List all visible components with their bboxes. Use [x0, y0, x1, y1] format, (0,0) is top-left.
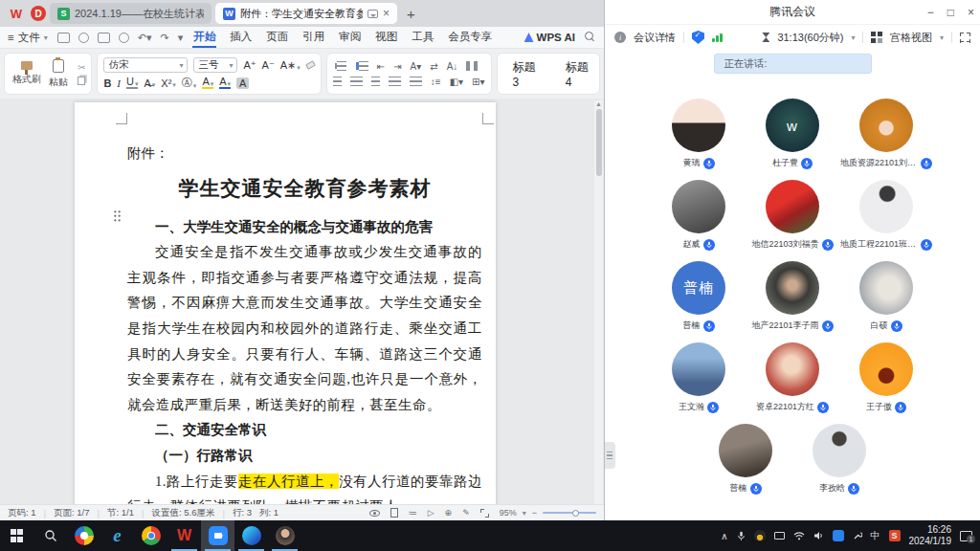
chevron-down-icon[interactable]: ▾	[940, 33, 944, 42]
char-scale-icon[interactable]: ⇄	[430, 61, 437, 72]
highlight-color-button[interactable]: A▾	[202, 77, 213, 89]
meeting-taskbar-button[interactable]	[201, 520, 234, 551]
bullet-list-icon[interactable]	[337, 61, 346, 71]
undo-icon[interactable]: ↶▾	[138, 32, 152, 44]
text-effects-button[interactable]: A∗▾	[280, 59, 301, 72]
preview-icon[interactable]	[119, 33, 129, 43]
wps-logo[interactable]: W	[6, 5, 27, 22]
italic-button[interactable]: I	[117, 77, 121, 89]
clear-format-icon[interactable]	[305, 60, 316, 70]
participant-tile[interactable]: 赵威	[652, 180, 746, 261]
participant-avatar[interactable]: 普楠	[672, 261, 725, 315]
messenger-taskbar-button[interactable]	[268, 520, 301, 551]
format-painter-button[interactable]: 格式刷	[11, 61, 43, 86]
participant-tile[interactable]: 地产22101李子雨	[746, 261, 839, 342]
zoom-slider[interactable]	[543, 512, 596, 514]
redo-icon[interactable]: ↷	[160, 32, 168, 44]
zoom-level[interactable]: 95%	[500, 508, 517, 518]
participant-tile[interactable]: 资卓22101方红	[746, 342, 839, 424]
zoom-out-button[interactable]: −	[532, 508, 537, 518]
decrease-indent-icon[interactable]: ⇤	[377, 61, 385, 72]
taskbar-clock[interactable]: 16:26 2024/1/19	[909, 524, 952, 548]
outline-view-icon[interactable]: ≔	[409, 508, 417, 518]
more-icon[interactable]: ▾	[178, 32, 184, 44]
scrollbar-thumb[interactable]	[596, 109, 602, 176]
participant-tile[interactable]: 白硕	[839, 261, 933, 342]
wps-ai-button[interactable]: WPS AI	[524, 32, 575, 43]
superscript-button[interactable]: X²▾	[161, 77, 176, 89]
tool-icon[interactable]	[853, 531, 862, 540]
participant-avatar[interactable]	[672, 180, 725, 233]
shading-icon[interactable]: ◧▾	[450, 77, 463, 87]
borders-icon[interactable]: ⊞▾	[472, 77, 484, 87]
tab-references[interactable]: 引用	[301, 28, 325, 48]
taskbar-search-button[interactable]	[33, 520, 67, 551]
sogou-icon[interactable]: S	[889, 530, 901, 541]
tab-review[interactable]: 审阅	[338, 28, 362, 48]
increase-font-button[interactable]: A⁺	[243, 59, 256, 72]
participant-avatar[interactable]	[766, 261, 819, 315]
search-icon[interactable]	[585, 32, 596, 43]
sort-icon[interactable]: A↓	[447, 61, 458, 72]
tray-mic-icon[interactable]	[737, 531, 746, 541]
participant-avatar[interactable]	[672, 342, 725, 396]
participant-avatar[interactable]	[672, 99, 725, 152]
start-button[interactable]	[0, 520, 33, 551]
comment-icon[interactable]	[368, 10, 378, 18]
browser-360-button[interactable]	[67, 520, 100, 551]
align-right-icon[interactable]	[371, 77, 380, 86]
participant-tile[interactable]: 普楠 普楠	[652, 261, 746, 342]
minimize-button[interactable]: −	[927, 6, 934, 19]
style-heading4[interactable]: 标题 4	[566, 59, 593, 89]
tab-home[interactable]: 开始	[192, 28, 216, 48]
qq-icon[interactable]	[754, 530, 766, 541]
participant-tile[interactable]: 地信22103刘福贵	[746, 180, 839, 261]
participant-avatar[interactable]	[859, 180, 913, 233]
participant-tile[interactable]: 地质资源22101刘佳瑶	[839, 99, 933, 180]
strikethrough-button[interactable]: A̶▾	[144, 77, 155, 89]
notification-center-icon[interactable]: 1	[960, 531, 972, 541]
participant-avatar[interactable]	[859, 261, 913, 315]
line-spacing-icon[interactable]: ↕≡	[431, 77, 441, 87]
font-size-select[interactable]: 三号▾	[193, 57, 237, 73]
collapsed-panel-handle[interactable]	[605, 442, 615, 469]
tray-expand-icon[interactable]: ∧	[721, 531, 727, 541]
participant-avatar[interactable]	[859, 342, 913, 396]
meeting-title-bar[interactable]: 腾讯会议 − □ ×	[605, 0, 980, 25]
print-layout-icon[interactable]	[390, 508, 398, 518]
document-tab-safety[interactable]: W 附件：学生交通安全教育参考 ×	[215, 3, 397, 24]
font-name-select[interactable]: 仿宋▾	[103, 57, 188, 73]
meeting-details-button[interactable]: 会议详情	[634, 31, 676, 45]
focus-mode-icon[interactable]	[480, 509, 489, 518]
columns-icon[interactable]	[466, 61, 478, 71]
style-heading3[interactable]: 标题 3	[513, 59, 541, 89]
participant-tile[interactable]: 黄璃	[652, 99, 746, 180]
participant-avatar[interactable]	[719, 424, 772, 477]
participant-avatar[interactable]: w	[766, 99, 819, 152]
numbered-list-icon[interactable]	[359, 61, 368, 71]
chevron-down-icon[interactable]: ▾	[851, 33, 855, 42]
tab-member[interactable]: 会员专享	[447, 28, 493, 48]
text-direction-icon[interactable]: A▾	[411, 61, 422, 72]
print-icon[interactable]	[98, 33, 110, 43]
view-mode-button[interactable]: 宫格视图	[890, 31, 932, 45]
read-mode-icon[interactable]: ▷	[428, 508, 434, 518]
participant-tile[interactable]: w 杜子豊	[746, 99, 839, 180]
participant-avatar[interactable]	[859, 99, 913, 152]
align-left-icon[interactable]	[333, 77, 342, 86]
internet-explorer-button[interactable]: e	[100, 520, 134, 551]
wifi-icon[interactable]	[793, 531, 805, 540]
output-icon[interactable]	[78, 33, 89, 43]
ime-indicator[interactable]: 中	[871, 529, 880, 542]
participant-avatar[interactable]	[813, 424, 866, 477]
participant-avatar[interactable]	[766, 180, 819, 233]
increase-indent-icon[interactable]: ⇥	[393, 61, 401, 72]
docer-logo[interactable]: D	[31, 6, 46, 21]
display-icon[interactable]	[774, 532, 785, 540]
document-area[interactable]: 附件： 学生交通安全教育参考素材 一、大学生交通安全的概念与交通事故的危害 交通…	[0, 99, 604, 504]
char-effect-button[interactable]: Ⓐ▾	[182, 76, 197, 90]
bold-button[interactable]: B	[103, 77, 111, 89]
chevron-down-icon[interactable]: ▾	[523, 509, 526, 518]
justify-icon[interactable]	[389, 77, 401, 86]
web-layout-icon[interactable]: ⊕	[445, 508, 453, 518]
